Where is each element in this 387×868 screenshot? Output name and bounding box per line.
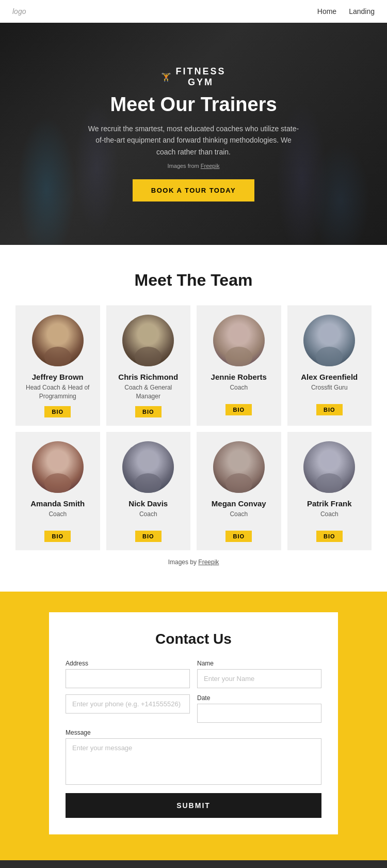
trainer-card-alex-greenfield: Alex Greenfield Crossfit Guru BIO — [287, 305, 372, 426]
avatar-chris-richmond — [122, 315, 174, 366]
team-image-credit: Images by Freepik — [15, 559, 372, 566]
address-field: Address — [66, 660, 190, 688]
nav-link-landing[interactable]: Landing — [349, 7, 375, 16]
trainer-name-nick-davis: Nick Davis — [128, 499, 168, 508]
avatar-jennie-roberts — [213, 315, 265, 366]
name-input[interactable] — [197, 669, 321, 688]
team-title: Meet The Team — [15, 271, 372, 290]
svg-point-6 — [321, 324, 337, 343]
bio-button-jeffrey-brown[interactable]: BIO — [44, 406, 71, 417]
hero-image-credit: Images from Freepik — [85, 163, 302, 169]
trainer-name-patrik-frank: Patrik Frank — [307, 499, 352, 508]
svg-point-1 — [44, 347, 71, 366]
svg-point-15 — [316, 473, 343, 493]
hero-content: 🏋 FITNESS GYM Meet Our Trainers We recru… — [54, 66, 333, 202]
nav-logo: logo — [12, 7, 26, 16]
trainer-card-chris-richmond: Chris Richmond Coach & General Manager B… — [106, 305, 191, 426]
trainer-card-nick-davis: Nick Davis Coach BIO — [106, 432, 191, 550]
bio-button-jennie-roberts[interactable]: BIO — [225, 404, 252, 415]
date-field: Date — [197, 694, 321, 723]
trainer-card-patrik-frank: Patrik Frank Coach BIO — [287, 432, 372, 550]
navbar: logo Home Landing — [0, 0, 387, 23]
address-input[interactable] — [66, 669, 190, 688]
bio-button-alex-greenfield[interactable]: BIO — [316, 404, 343, 415]
gym-logo: 🏋 FITNESS GYM — [85, 66, 302, 88]
trainer-name-jennie-roberts: Jennie Roberts — [211, 373, 267, 381]
contact-title: Contact Us — [66, 631, 321, 647]
trainer-role-patrik-frank: Coach — [320, 510, 338, 525]
trainer-name-megan-convay: Megan Convay — [212, 499, 266, 508]
trainer-name-amanda-smith: Amanda Smith — [30, 499, 85, 508]
gym-logo-line2: GYM — [175, 77, 225, 88]
dumbbell-left-icon: 🏋 — [161, 72, 172, 82]
trainer-card-amanda-smith: Amanda Smith Coach BIO — [15, 432, 100, 550]
book-tour-button[interactable]: BOOK A TOUR TODAY — [133, 179, 254, 202]
contact-section: Contact Us Address Name Date Message — [0, 592, 387, 860]
bio-button-chris-richmond[interactable]: BIO — [135, 406, 162, 417]
hero-section: 🏋 FITNESS GYM Meet Our Trainers We recru… — [0, 23, 387, 245]
trainer-name-alex-greenfield: Alex Greenfield — [301, 373, 358, 381]
contact-row-phone-date: Date — [66, 694, 321, 723]
address-label: Address — [66, 660, 190, 667]
trainer-role-nick-davis: Coach — [139, 510, 157, 525]
svg-point-3 — [135, 347, 162, 366]
svg-point-2 — [140, 324, 156, 343]
trainer-role-jeffrey-brown: Head Coach & Head of Programming — [22, 383, 94, 401]
message-textarea[interactable] — [66, 738, 321, 785]
gym-logo-line1: FITNESS — [175, 66, 225, 77]
date-input[interactable] — [197, 704, 321, 723]
bio-button-megan-convay[interactable]: BIO — [225, 531, 252, 542]
contact-row-address-name: Address Name — [66, 660, 321, 688]
svg-point-9 — [44, 473, 71, 493]
trainer-name-jeffrey-brown: Jeffrey Brown — [32, 373, 84, 381]
trainer-role-jennie-roberts: Coach — [230, 383, 248, 399]
avatar-patrik-frank — [303, 441, 355, 493]
avatar-svg-megan-convay — [213, 441, 265, 493]
trainer-card-jennie-roberts: Jennie Roberts Coach BIO — [197, 305, 281, 426]
avatar-nick-davis — [122, 441, 174, 493]
avatar-svg-chris-richmond — [122, 315, 174, 366]
hero-description: We recruit the smartest, most educated c… — [85, 123, 302, 158]
nav-links: Home Landing — [317, 7, 375, 16]
bio-button-amanda-smith[interactable]: BIO — [44, 531, 71, 542]
message-field: Message — [66, 729, 321, 785]
avatar-alex-greenfield — [303, 315, 355, 366]
message-label: Message — [66, 729, 321, 736]
hero-title: Meet Our Trainers — [85, 94, 302, 116]
svg-point-4 — [231, 324, 247, 343]
avatar-amanda-smith — [32, 441, 84, 493]
freepik-link[interactable]: Freepik — [201, 163, 220, 169]
svg-point-5 — [225, 347, 252, 366]
svg-point-7 — [316, 347, 343, 366]
trainer-name-chris-richmond: Chris Richmond — [118, 373, 178, 381]
bio-button-nick-davis[interactable]: BIO — [135, 531, 162, 542]
submit-button[interactable]: SUBMIT — [66, 793, 321, 818]
nav-link-home[interactable]: Home — [317, 7, 336, 16]
name-field: Name — [197, 660, 321, 688]
phone-input[interactable] — [66, 694, 190, 714]
avatar-svg-patrik-frank — [303, 441, 355, 493]
bio-button-patrik-frank[interactable]: BIO — [316, 531, 343, 542]
svg-point-8 — [50, 451, 66, 469]
footer: Sample text. Click to select the Text El… — [0, 860, 387, 868]
svg-point-12 — [231, 451, 247, 469]
trainer-role-alex-greenfield: Crossfit Guru — [311, 383, 348, 399]
avatar-jeffrey-brown — [32, 315, 84, 366]
team-freepik-link[interactable]: Freepik — [198, 559, 219, 566]
phone-field — [66, 694, 190, 723]
trainer-role-amanda-smith: Coach — [49, 510, 67, 525]
date-label: Date — [197, 694, 321, 702]
svg-point-13 — [225, 473, 252, 493]
svg-point-0 — [50, 324, 66, 343]
avatar-svg-jeffrey-brown — [32, 315, 84, 366]
avatar-megan-convay — [213, 441, 265, 493]
avatar-svg-amanda-smith — [32, 441, 84, 493]
team-section: Meet The Team Jeffrey Brown Head Coach &… — [0, 245, 387, 576]
trainer-card-megan-convay: Megan Convay Coach BIO — [197, 432, 281, 550]
contact-card: Contact Us Address Name Date Message — [49, 612, 338, 834]
avatar-svg-nick-davis — [122, 441, 174, 493]
avatar-svg-alex-greenfield — [303, 315, 355, 366]
svg-point-11 — [135, 473, 162, 493]
trainer-role-chris-richmond: Coach & General Manager — [112, 383, 185, 401]
name-label: Name — [197, 660, 321, 667]
